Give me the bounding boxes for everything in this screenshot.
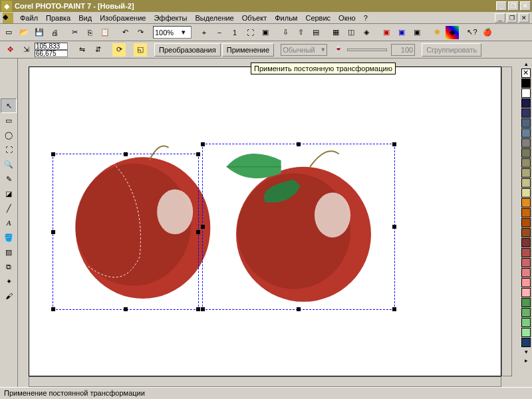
effect-tool[interactable]: ✦ (1, 274, 17, 289)
color-swatch[interactable] (521, 88, 531, 98)
menu-view[interactable]: Вид (74, 13, 96, 23)
maximize-button[interactable]: ❐ (508, 1, 519, 11)
selection-box-2[interactable] (202, 144, 395, 310)
transforms-button[interactable]: Преобразования (154, 43, 221, 57)
color-swatch[interactable] (521, 298, 531, 307)
paste-button[interactable]: 📋 (98, 25, 112, 40)
selection-box-1[interactable] (53, 154, 199, 310)
zoomout-button[interactable]: − (212, 25, 227, 40)
zoomin-button[interactable]: + (197, 25, 211, 40)
color-swatch[interactable] (521, 228, 531, 237)
eyedropper-tool[interactable]: ✎ (1, 172, 17, 186)
import-button[interactable]: ⇩ (278, 25, 293, 40)
clone-tool[interactable]: ⧉ (1, 259, 17, 274)
coord-y-input[interactable] (35, 50, 68, 57)
child-restore-button[interactable]: ❐ (507, 13, 517, 23)
selection3-button[interactable]: ▣ (410, 25, 424, 40)
color-swatch[interactable] (521, 198, 531, 207)
close-button[interactable]: ✕ (520, 1, 531, 11)
apple-button[interactable]: 🍎 (480, 25, 495, 40)
color-swatch[interactable] (521, 208, 531, 217)
no-color-swatch[interactable]: ✕ (521, 68, 531, 78)
vertical-scrollbar[interactable] (501, 66, 512, 376)
color-swatch[interactable] (521, 328, 531, 337)
color-button[interactable]: ◆ (445, 25, 460, 40)
menu-object[interactable]: Объект (238, 13, 271, 23)
color-swatch[interactable] (521, 178, 531, 188)
menu-edit[interactable]: Правка (42, 13, 74, 23)
color-swatch[interactable] (521, 168, 531, 178)
menu-movie[interactable]: Фильм (271, 13, 301, 23)
redo-button[interactable]: ↷ (133, 25, 148, 40)
child-close-button[interactable]: ✕ (519, 13, 529, 23)
color-swatch[interactable] (521, 288, 531, 297)
line-tool[interactable]: ╱ (1, 201, 17, 215)
palette-down-button[interactable]: ▾ (521, 348, 531, 356)
color-swatch[interactable] (521, 308, 531, 317)
color-swatch[interactable] (521, 148, 531, 158)
horizontal-scrollbar[interactable] (29, 376, 501, 387)
color-swatch[interactable] (521, 248, 531, 257)
color-swatch[interactable] (521, 268, 531, 277)
menu-effects[interactable]: Эффекты (150, 13, 191, 23)
fill-tool[interactable]: 🪣 (1, 230, 17, 245)
scan-button[interactable]: ▤ (309, 25, 323, 40)
mask-button[interactable]: ▦ (329, 25, 343, 40)
color-swatch[interactable] (521, 138, 531, 148)
crop-tool[interactable]: ⛶ (1, 142, 17, 157)
child-minimize-button[interactable]: _ (495, 13, 505, 23)
copy-button[interactable]: ⎘ (82, 25, 97, 40)
fullscreen-button[interactable]: ▣ (258, 25, 273, 40)
pick-tool[interactable]: ↖ (1, 98, 17, 113)
cut-button[interactable]: ✂ (67, 25, 82, 40)
color-swatch[interactable] (521, 158, 531, 168)
menu-help[interactable]: ? (360, 13, 372, 23)
color-swatch[interactable] (521, 278, 531, 287)
skew-button[interactable]: ◱ (133, 43, 148, 57)
menu-window[interactable]: Окно (334, 13, 360, 23)
zoom-tool[interactable]: 🔍 (1, 157, 17, 172)
color-swatch[interactable] (521, 338, 531, 347)
flip-v-button[interactable]: ⇵ (90, 43, 105, 57)
flip-h-button[interactable]: ⇋ (74, 43, 89, 57)
text-tool[interactable]: A (1, 215, 17, 230)
undo-button[interactable]: ↶ (118, 25, 132, 40)
zoom-combo[interactable]: ▾ (153, 26, 192, 39)
menu-file[interactable]: Файл (16, 13, 42, 23)
export-button[interactable]: ⇧ (293, 25, 308, 40)
minimize-button[interactable]: _ (496, 1, 507, 11)
brush-tool[interactable]: 🖌 (1, 289, 17, 303)
color-swatch[interactable] (521, 238, 531, 247)
selection1-button[interactable]: ▣ (379, 25, 394, 40)
mask-free-tool[interactable]: ◯ (1, 128, 17, 142)
mask-rect-tool[interactable]: ▭ (1, 113, 17, 128)
channel-button[interactable]: ◫ (344, 25, 358, 40)
palette-up-button[interactable]: ▴ (521, 60, 531, 68)
menu-selection[interactable]: Выделение (191, 13, 237, 23)
color-swatch[interactable] (521, 218, 531, 227)
menu-tools[interactable]: Сервис (301, 13, 334, 23)
effects-button[interactable]: ❋ (430, 25, 444, 40)
print-button[interactable]: 🖨 (47, 25, 62, 40)
rotate-button[interactable]: ⟳ (112, 43, 126, 57)
color-swatch[interactable] (521, 188, 531, 198)
apply-button[interactable]: Применение (222, 43, 274, 57)
color-swatch[interactable] (521, 108, 531, 118)
menu-image[interactable]: Изображение (96, 13, 150, 23)
zoomfit-button[interactable]: ⛶ (243, 25, 257, 40)
open-button[interactable]: 📂 (17, 25, 31, 40)
color-swatch[interactable] (521, 98, 531, 108)
coord-x-input[interactable] (35, 43, 68, 50)
palette-menu-button[interactable]: ▸ (521, 356, 531, 364)
color-swatch[interactable] (521, 128, 531, 138)
eraser-tool[interactable]: ◪ (1, 186, 17, 201)
canvas[interactable] (29, 66, 501, 376)
save-button[interactable]: 💾 (32, 25, 47, 40)
zoom-input[interactable] (155, 29, 179, 37)
object-button[interactable]: ◈ (359, 25, 374, 40)
zoom-dropdown-icon[interactable]: ▾ (179, 28, 188, 37)
color-swatch[interactable] (521, 78, 531, 88)
zoom100-button[interactable]: 1 (227, 25, 242, 40)
transparency-tool[interactable]: ▨ (1, 245, 17, 259)
color-swatch[interactable] (521, 258, 531, 267)
